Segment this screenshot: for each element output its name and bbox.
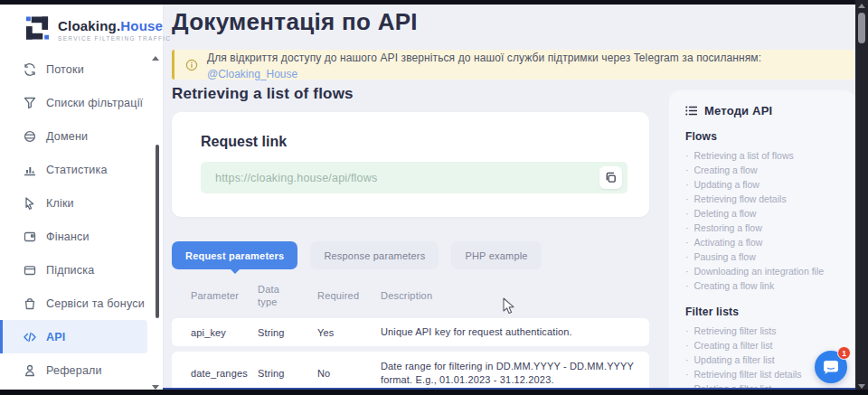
- sidebar-item-label: Списки фільтрації: [46, 97, 143, 109]
- browser-scrollbar-thumb[interactable]: [858, 13, 865, 43]
- cell-parameter: date_ranges: [191, 368, 258, 379]
- cell-parameter: api_key: [191, 327, 258, 338]
- method-link[interactable]: Activating a flow: [685, 235, 846, 249]
- method-group-title-filter-lists: Filter lists: [685, 306, 846, 318]
- column-header-description: Description: [381, 290, 642, 301]
- scroll-up-arrow[interactable]: [858, 4, 865, 8]
- cell-data-type: String: [258, 368, 317, 379]
- sidebar-item-services-bonuses[interactable]: Сервіси та бонуси: [0, 287, 147, 320]
- sidebar-item-api[interactable]: API: [0, 320, 147, 353]
- method-link[interactable]: Deleting a flow: [685, 206, 846, 221]
- tab-bar: Request parameters Response parameters P…: [172, 241, 542, 269]
- tab-php-example[interactable]: PHP example: [451, 241, 541, 269]
- method-link[interactable]: Retrieving flow details: [685, 192, 846, 206]
- column-header-data-type: Data type: [258, 283, 317, 309]
- sidebar-item-label: Статистика: [46, 164, 108, 176]
- cell-required: Yes: [317, 327, 381, 338]
- method-link[interactable]: Retrieving filter lists: [685, 324, 846, 338]
- copy-icon: [604, 171, 618, 184]
- bar-chart-icon: [23, 163, 37, 177]
- shopping-bag-icon: [23, 296, 37, 311]
- method-link[interactable]: Creating a flow link: [685, 278, 846, 293]
- sidebar-item-label: Реферали: [46, 364, 102, 377]
- logo-tagline: SERVICE FILTERING TRAFFIC: [58, 35, 171, 42]
- sidebar-item-label: Потоки: [46, 63, 84, 76]
- table-header-row: Parameter Data type Required Description: [172, 278, 649, 313]
- method-link[interactable]: Downloading an integration file: [685, 264, 846, 278]
- credit-card-icon: [23, 230, 37, 244]
- cell-data-type: String: [258, 327, 317, 338]
- scroll-down-arrow[interactable]: [858, 384, 865, 389]
- cell-description: Date range for filtering in DD.MM.YYYY -…: [381, 360, 642, 387]
- cell-description: Unique API key for request authenticatio…: [381, 325, 642, 339]
- sidebar: Cloaking.House SERVICE FILTERING TRAFFIC…: [0, 5, 163, 390]
- sidebar-scrollbar-thumb[interactable]: [156, 145, 159, 318]
- sidebar-item-filter-lists[interactable]: Списки фільтрації: [0, 86, 147, 119]
- sidebar-item-flows[interactable]: Потоки: [0, 52, 147, 86]
- globe-icon: [23, 129, 37, 144]
- info-banner: Для відкриття доступу до нашого API звер…: [172, 50, 854, 80]
- sidebar-item-label: API: [46, 331, 65, 343]
- method-group-title-flows: Flows: [685, 130, 846, 143]
- request-url-field[interactable]: https://cloaking.house/api/flows: [201, 162, 627, 193]
- logo-mark-icon: [25, 15, 50, 41]
- copy-button[interactable]: [599, 166, 622, 189]
- api-methods-panel: Методи API Flows Retrieving a list of fl…: [669, 90, 855, 395]
- page-title: Документація по API: [172, 8, 418, 36]
- sidebar-item-domains[interactable]: Домени: [0, 119, 147, 153]
- request-link-card: Request link https://cloaking.house/api/…: [172, 112, 649, 217]
- logo[interactable]: Cloaking.House SERVICE FILTERING TRAFFIC: [25, 15, 171, 42]
- sidebar-item-finances[interactable]: Фінанси: [0, 220, 147, 253]
- method-link[interactable]: Creating a flow: [685, 163, 846, 177]
- chat-notification-badge: 1: [837, 346, 851, 360]
- list-icon: [685, 105, 697, 117]
- request-link-title: Request link: [201, 134, 287, 150]
- sidebar-item-statistics[interactable]: Статистика: [0, 153, 147, 186]
- table-row: api_key String Yes Unique API key for re…: [172, 318, 649, 346]
- window-bottom-edge: [0, 390, 868, 395]
- sidebar-item-subscription[interactable]: Підписка: [0, 253, 147, 287]
- flows-method-list: Retrieving a list of flows Creating a fl…: [685, 148, 846, 293]
- sidebar-nav: Потоки Списки фільтрації Домени Статисти…: [0, 52, 163, 387]
- methods-panel-title: Методи API: [704, 104, 772, 118]
- method-link[interactable]: Retrieving a list of flows: [685, 148, 846, 163]
- request-url: https://cloaking.house/api/flows: [215, 172, 599, 184]
- sync-icon: [23, 62, 37, 77]
- chat-bubble-icon: [823, 360, 839, 375]
- banner-text: Для відкриття доступу до нашого API звер…: [207, 52, 761, 64]
- sidebar-item-label: Підписка: [46, 264, 94, 277]
- sidebar-scroll-up-arrow[interactable]: [152, 56, 159, 61]
- method-link[interactable]: Pausing a flow: [685, 249, 846, 264]
- info-icon: [185, 59, 198, 71]
- code-icon: [23, 330, 37, 344]
- filter-icon: [23, 96, 37, 110]
- wallet-icon: [23, 263, 37, 277]
- method-link[interactable]: Updating a flow: [685, 177, 846, 192]
- sidebar-item-label: Кліки: [46, 197, 74, 210]
- method-link[interactable]: Creating a filter list: [685, 338, 846, 353]
- column-header-parameter: Parameter: [191, 290, 258, 301]
- cell-required: No: [317, 368, 381, 379]
- sidebar-item-label: Сервіси та бонуси: [46, 297, 145, 310]
- sidebar-item-referrals[interactable]: Реферали: [0, 353, 147, 387]
- browser-scrollbar[interactable]: [855, 0, 868, 395]
- banner-telegram-link[interactable]: @Cloaking_House: [207, 68, 297, 80]
- column-header-required: Required: [317, 290, 381, 301]
- section-title: Retrieving a list of flows: [172, 85, 354, 103]
- sidebar-item-label: Домени: [46, 130, 88, 143]
- tab-request-parameters[interactable]: Request parameters: [172, 241, 297, 269]
- sidebar-item-label: Фінанси: [46, 230, 90, 243]
- method-link[interactable]: Restoring a flow: [685, 221, 846, 235]
- tab-response-parameters[interactable]: Response parameters: [310, 241, 439, 269]
- logo-title: Cloaking.House: [58, 18, 171, 33]
- sidebar-item-clicks[interactable]: Кліки: [0, 186, 147, 220]
- cursor-icon: [23, 196, 37, 211]
- user-icon: [23, 363, 37, 378]
